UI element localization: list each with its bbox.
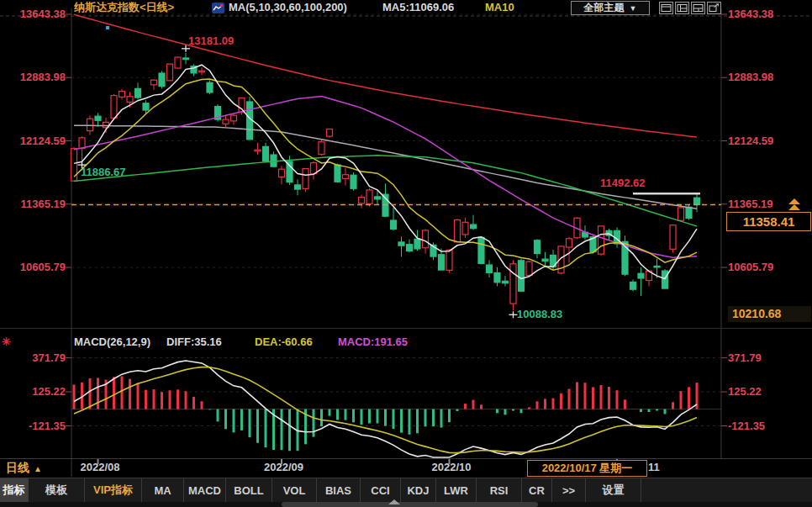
price-axis-label-right: 12124.59 xyxy=(728,135,773,148)
ma5-value-label: MA5:11069.06 xyxy=(382,1,454,14)
price-axis-label-left: 12883.98 xyxy=(2,71,66,84)
indicator-tab-indicators[interactable]: 指标 xyxy=(0,478,29,502)
indicator-tab-settings[interactable]: 设置 xyxy=(586,478,641,502)
macd-axis-label-right: 125.22 xyxy=(728,385,762,399)
indicator-tab-rsi[interactable]: RSI xyxy=(477,478,522,502)
theme-dropdown[interactable]: 全部主题 ▼ xyxy=(571,1,650,15)
pop-out-pane-icon[interactable] xyxy=(707,2,721,14)
indicator-tab-vip-indicators[interactable]: VIP指标 xyxy=(85,478,142,502)
symbol-title[interactable]: 纳斯达克指数<日线> xyxy=(74,1,174,14)
macd-plot[interactable] xyxy=(71,353,721,458)
month-label: 2022/09 xyxy=(264,461,303,474)
macd-axis-label-left: 125.22 xyxy=(2,385,66,399)
indicator-tab-more[interactable]: >> xyxy=(552,478,586,502)
indicator-marker-icon[interactable]: ✳ xyxy=(2,335,11,348)
macd-axis-label-right: 371.79 xyxy=(728,351,762,365)
indicator-tab-cci[interactable]: CCI xyxy=(361,478,401,502)
price-axis-label-right: 12883.98 xyxy=(728,71,773,84)
range-low-label: 10210.68 xyxy=(728,306,811,322)
indicator-tab-kdj[interactable]: KDJ xyxy=(401,478,436,502)
month-label: 2022/08 xyxy=(81,461,120,474)
indicator-tab-ma[interactable]: MA xyxy=(142,478,184,502)
chevron-down-icon: ▼ xyxy=(630,4,637,13)
panel-drag-handle[interactable] xyxy=(282,502,538,507)
indicator-tab-macd[interactable]: MACD xyxy=(184,478,226,502)
macd-value-label: MACD:191.65 xyxy=(338,335,408,349)
kline-icon xyxy=(212,2,224,17)
current-price-box: 11358.41 xyxy=(726,212,811,231)
indicator-tab-lwr[interactable]: LWR xyxy=(436,478,477,502)
marker-dot xyxy=(106,26,109,29)
triangle-up-icon: ▲ xyxy=(34,464,42,473)
highlighted-date-label: 2022/10/17 星期一 xyxy=(527,460,647,477)
split-top-layout-icon[interactable] xyxy=(659,2,673,14)
price-axis-label-left: 10605.79 xyxy=(2,261,66,274)
macd-axis-label-left: 371.79 xyxy=(2,351,66,365)
price-axis-label-left: 13643.38 xyxy=(2,8,66,21)
period-selector[interactable]: 日线 ▲ xyxy=(6,461,42,476)
price-axis-label-right: 13643.38 xyxy=(728,8,773,21)
indicator-tab-vol[interactable]: VOL xyxy=(272,478,317,502)
month-label: 2022/10 xyxy=(432,461,472,474)
price-axis-label-left: 12124.59 xyxy=(2,135,66,148)
annotation-high-price: 13181.09 xyxy=(188,34,234,48)
macd-dea-label: DEA:-60.66 xyxy=(255,335,313,349)
price-axis-label-left: 11365.19 xyxy=(2,198,66,211)
macd-diff-label: DIFF:35.16 xyxy=(166,335,222,349)
main-chart-plot[interactable] xyxy=(71,8,721,328)
trading-app: { "header": { "title": "纳斯达克指数<日线>", "ma… xyxy=(0,0,812,507)
period-label: 日线 xyxy=(6,461,29,476)
annotation-left-low-price: 11886.67 xyxy=(81,166,126,179)
annotation-recent-high-price: 11492.62 xyxy=(600,177,646,190)
pane-left-layout-icon[interactable] xyxy=(675,2,689,14)
ma-params-label: MA(5,10,30,60,100,200) xyxy=(229,1,347,14)
macd-params-label: MACD(26,12,9) xyxy=(74,335,150,349)
indicator-tab-cr[interactable]: CR xyxy=(522,478,552,502)
indicator-tab-bias[interactable]: BIAS xyxy=(317,478,361,502)
indicator-toolbar: 指标模板VIP指标MAMACDBOLLVOLBIASCCIKDJLWRRSICR… xyxy=(0,478,812,502)
month-label-november: 11 xyxy=(648,461,660,474)
pane-bottom-layout-icon[interactable] xyxy=(691,2,705,14)
price-axis-label-right: 11365.19 xyxy=(728,198,773,211)
price-axis-label-right: 10605.79 xyxy=(728,261,773,274)
caret-up-icon xyxy=(388,499,400,504)
annotation-low-price: 10088.83 xyxy=(517,308,562,321)
macd-axis-label-left: -121.35 xyxy=(2,420,66,433)
indicator-tab-boll[interactable]: BOLL xyxy=(226,478,272,502)
macd-axis-label-right: -121.35 xyxy=(728,420,765,433)
theme-dropdown-label: 全部主题 xyxy=(584,1,625,15)
ma10-value-label: MA10 xyxy=(485,1,514,14)
indicator-tab-templates[interactable]: 模板 xyxy=(29,478,85,502)
